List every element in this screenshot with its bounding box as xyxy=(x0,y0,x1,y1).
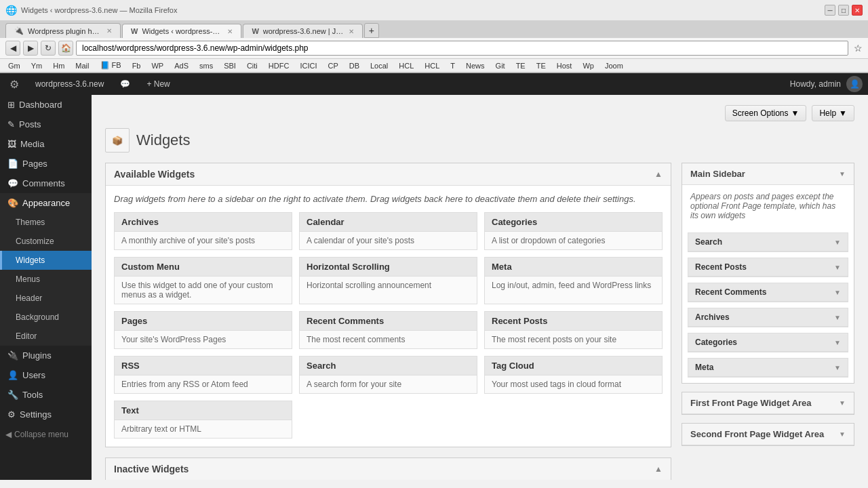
tab2-close[interactable]: ✕ xyxy=(227,28,233,35)
bm-ads[interactable]: AdS xyxy=(172,61,191,70)
bm-citi[interactable]: Citi xyxy=(244,61,260,70)
first-front-page-chevron[interactable]: ▼ xyxy=(839,399,846,407)
bm-ym[interactable]: Ym xyxy=(28,61,45,70)
bm-wp2[interactable]: Wp xyxy=(580,61,597,70)
bm-fb2[interactable]: Fb xyxy=(130,61,144,70)
bm-mail[interactable]: Mail xyxy=(73,61,92,70)
screen-options-btn[interactable]: Screen Options ▼ xyxy=(725,105,807,121)
comments-btn[interactable]: 💬 xyxy=(116,79,134,89)
bm-git[interactable]: Git xyxy=(493,61,508,70)
bm-local[interactable]: Local xyxy=(368,61,391,70)
sidebar-item-header[interactable]: Header xyxy=(0,289,92,308)
collapse-menu-btn[interactable]: ◀ Collapse menu xyxy=(0,424,92,445)
main-sidebar-header[interactable]: Main Sidebar ▼ xyxy=(682,163,854,185)
sidebar-item-customize[interactable]: Customize xyxy=(0,232,92,251)
bm-news[interactable]: News xyxy=(463,61,488,70)
recent-comments-widget-chevron[interactable]: ▼ xyxy=(834,289,841,296)
bm-hcl1[interactable]: HCL xyxy=(396,61,416,70)
bm-hcl2[interactable]: HCL xyxy=(422,61,442,70)
active-widget-recent-posts-header[interactable]: Recent Posts ▼ xyxy=(688,258,848,277)
widget-recent-comments[interactable]: Recent Comments The most recent comments xyxy=(299,311,477,349)
widget-horizontal-scrolling[interactable]: Horizontal Scrolling Horizontal scrollin… xyxy=(299,257,477,304)
categories-widget-chevron[interactable]: ▼ xyxy=(834,339,841,346)
widget-archives[interactable]: Archives A monthly archive of your site'… xyxy=(114,212,292,250)
bm-hm[interactable]: Hm xyxy=(50,61,67,70)
bm-host[interactable]: Host xyxy=(554,61,575,70)
sidebar-item-themes[interactable]: Themes xyxy=(0,213,92,232)
widget-recent-posts[interactable]: Recent Posts The most recent posts on yo… xyxy=(484,311,663,349)
active-widget-meta-header[interactable]: Meta ▼ xyxy=(688,359,848,377)
sidebar-item-widgets[interactable]: Widgets xyxy=(0,251,92,270)
bm-sbi[interactable]: SBI xyxy=(221,61,239,70)
first-front-page-header[interactable]: First Front Page Widget Area ▼ xyxy=(682,392,854,414)
sidebar-item-menus[interactable]: Menus xyxy=(0,270,92,289)
second-front-page-header[interactable]: Second Front Page Widget Area ▼ xyxy=(682,424,854,445)
browser-tab-3[interactable]: W wordpress-3.6.new | Just... ✕ xyxy=(243,24,362,38)
bm-gm[interactable]: Gm xyxy=(5,61,23,70)
sidebar-item-editor[interactable]: Editor xyxy=(0,327,92,346)
widget-rss[interactable]: RSS Entries from any RSS or Atom feed xyxy=(114,356,292,394)
reload-btn[interactable]: ↻ xyxy=(41,41,56,56)
close-btn[interactable]: ✕ xyxy=(852,5,863,16)
bm-db[interactable]: DB xyxy=(347,61,362,70)
home-btn[interactable]: 🏠 xyxy=(58,41,73,56)
bm-cp[interactable]: CP xyxy=(325,61,340,70)
widget-pages[interactable]: Pages Your site's WordPress Pages xyxy=(114,311,292,349)
sidebar-item-users[interactable]: 👤 Users xyxy=(0,365,92,385)
new-btn[interactable]: + New xyxy=(142,79,174,89)
bm-wp[interactable]: WP xyxy=(149,61,166,70)
bm-te2[interactable]: TE xyxy=(534,61,549,70)
widget-tag-cloud[interactable]: Tag Cloud Your most used tags in cloud f… xyxy=(484,356,663,394)
sidebar-item-media[interactable]: 🖼 Media xyxy=(0,134,92,154)
search-widget-chevron[interactable]: ▼ xyxy=(834,239,841,246)
inactive-widgets-toggle[interactable]: ▲ xyxy=(654,464,663,474)
tab1-close[interactable]: ✕ xyxy=(106,27,112,35)
site-name-btn[interactable]: wordpress-3.6.new xyxy=(31,79,108,89)
inactive-widgets-header[interactable]: Inactive Widgets ▲ xyxy=(106,458,671,480)
widget-search[interactable]: Search A search form for your site xyxy=(299,356,477,394)
new-tab-btn[interactable]: + xyxy=(364,23,379,38)
widget-calendar[interactable]: Calendar A calendar of your site's posts xyxy=(299,212,477,250)
sidebar-item-plugins[interactable]: 🔌 Plugins xyxy=(0,346,92,365)
minimize-btn[interactable]: ─ xyxy=(825,5,835,16)
active-widget-archives-header[interactable]: Archives ▼ xyxy=(688,308,848,327)
sidebar-item-comments[interactable]: 💬 Comments xyxy=(0,174,92,193)
address-bar[interactable] xyxy=(76,41,848,56)
maximize-btn[interactable]: □ xyxy=(838,5,849,16)
widget-custom-menu[interactable]: Custom Menu Use this widget to add one o… xyxy=(114,257,292,304)
sidebar-item-settings[interactable]: ⚙ Settings xyxy=(0,405,92,424)
back-btn[interactable]: ◀ xyxy=(5,41,20,56)
browser-tab-2[interactable]: W Widgets ‹ wordpress-3.6.n... ✕ xyxy=(122,24,241,38)
active-widget-categories-header[interactable]: Categories ▼ xyxy=(688,333,848,352)
sidebar-item-dashboard[interactable]: ⊞ Dashboard xyxy=(0,95,92,115)
bm-fb1[interactable]: 📘 FB xyxy=(98,60,124,70)
forward-btn[interactable]: ▶ xyxy=(23,41,38,56)
archives-widget-chevron[interactable]: ▼ xyxy=(834,314,841,321)
sidebar-item-appearance[interactable]: 🎨 Appearance xyxy=(0,193,92,213)
bm-sms[interactable]: sms xyxy=(197,61,216,70)
bm-joom[interactable]: Joom xyxy=(602,61,626,70)
bm-icici[interactable]: ICICI xyxy=(297,61,319,70)
sidebar-item-tools[interactable]: 🔧 Tools xyxy=(0,385,92,405)
browser-tab-1[interactable]: 🔌 Wordpress plugin horiz... ✕ xyxy=(5,23,121,38)
active-widget-recent-comments-header[interactable]: Recent Comments ▼ xyxy=(688,283,848,302)
bm-te1[interactable]: TE xyxy=(513,61,528,70)
second-front-page-chevron[interactable]: ▼ xyxy=(839,430,846,438)
help-btn[interactable]: Help ▼ xyxy=(812,105,854,121)
sidebar-item-posts[interactable]: ✎ Posts xyxy=(0,115,92,134)
bm-hdfc[interactable]: HDFC xyxy=(266,61,292,70)
main-sidebar-chevron[interactable]: ▼ xyxy=(839,170,846,178)
bm-t[interactable]: T xyxy=(448,61,458,70)
available-widgets-toggle[interactable]: ▲ xyxy=(654,169,663,179)
meta-widget-chevron[interactable]: ▼ xyxy=(834,364,841,371)
wp-logo-btn[interactable]: ⚙ xyxy=(5,78,23,91)
available-widgets-header[interactable]: Available Widgets ▲ xyxy=(106,163,671,186)
widget-meta[interactable]: Meta Log in/out, admin, feed and WordPre… xyxy=(484,257,663,304)
sidebar-item-pages[interactable]: 📄 Pages xyxy=(0,154,92,174)
tab3-close[interactable]: ✕ xyxy=(349,28,354,35)
active-widget-search-header[interactable]: Search ▼ xyxy=(688,233,848,251)
sidebar-item-background[interactable]: Background xyxy=(0,308,92,327)
widget-categories[interactable]: Categories A list or dropdown of categor… xyxy=(484,212,663,250)
bookmark-star[interactable]: ☆ xyxy=(854,43,863,54)
recent-posts-widget-chevron[interactable]: ▼ xyxy=(834,264,841,271)
